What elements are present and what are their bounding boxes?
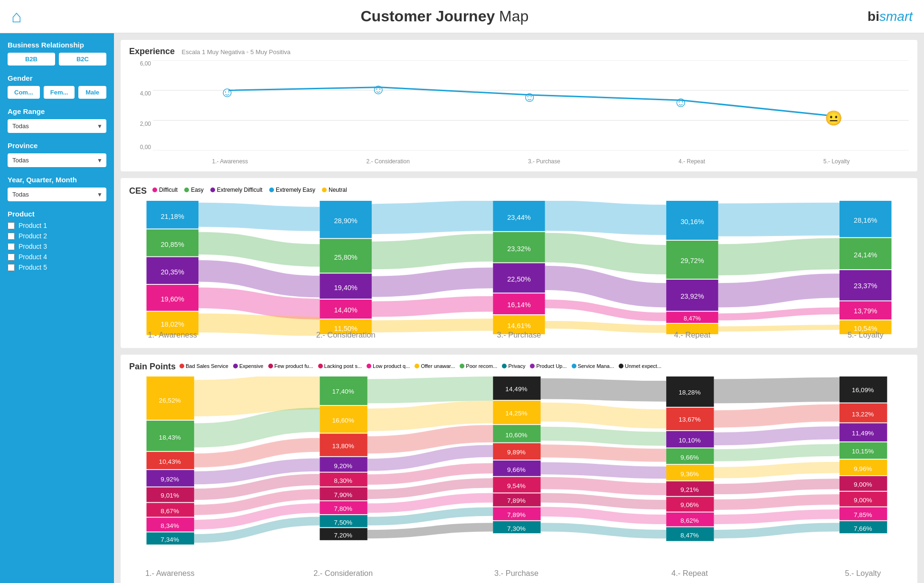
pp-s1-poor-label: 18,43%	[159, 434, 181, 441]
ces-easy-legend: Easy	[184, 187, 204, 193]
pp-s3-lacking-label: 9,54%	[507, 482, 526, 489]
experience-title: Experience	[129, 47, 175, 56]
pp-s2-unmet-label: 7,20%	[334, 532, 352, 539]
b2c-button[interactable]: B2C	[59, 53, 106, 66]
pp-s5-lacking-label: 9,00%	[854, 496, 872, 503]
product-1-item[interactable]: Product 1	[8, 222, 106, 229]
ces-s5-ext-dif-label: 23,37%	[854, 282, 877, 290]
pain-bad-sales: Bad Sales Service	[179, 363, 228, 369]
pain-lacking-post: Lacking post s...	[318, 363, 362, 369]
product-5-label: Product 5	[19, 263, 47, 271]
ces-flow-s2-s3-dif	[372, 304, 493, 309]
experience-chart-panel: Experience Escala 1 Muy Negativa ◦ 5 Muy…	[121, 40, 917, 171]
product-2-checkbox[interactable]	[8, 233, 15, 240]
main-content: Experience Escala 1 Muy Negativa ◦ 5 Muy…	[114, 33, 924, 583]
combined-button[interactable]: Com...	[8, 86, 40, 99]
smiley-purchase: ☺	[522, 89, 537, 105]
ces-flow-s1-s2-dif	[198, 298, 320, 309]
product-4-item[interactable]: Product 4	[8, 253, 106, 261]
gender-label: Gender	[8, 74, 106, 82]
pain-few-product: Few product fu...	[268, 363, 313, 369]
pp-s2-poor-label: 17,40%	[332, 388, 354, 395]
pp-s4-few-label: 9,21%	[680, 486, 699, 493]
product-2-item[interactable]: Product 2	[8, 232, 106, 240]
home-icon[interactable]: ⌂	[11, 7, 22, 27]
y-label-000: 0,00	[140, 144, 151, 150]
ces-flow-s1-s2-ext-dif	[198, 271, 320, 287]
pain-expensive: Expensive	[233, 363, 264, 369]
pp-s1-few-label: 9,01%	[160, 492, 179, 499]
ces-s3-dif-label: 16,14%	[507, 301, 530, 309]
ces-s1-ext-easy-label: 21,18%	[161, 213, 184, 220]
ces-header: CES Difficult Easy Extremely Difficult	[129, 185, 909, 197]
ces-s4-ext-dif-label: 23,92%	[680, 292, 704, 300]
ces-difficult-dot	[152, 188, 157, 192]
product-3-item[interactable]: Product 3	[8, 243, 106, 250]
x-label-loyalty: 5.- Loyalty	[823, 158, 849, 165]
pp-x5: 5.- Loyalty	[845, 569, 881, 577]
x-label-purchase: 3.- Purchase	[528, 158, 560, 165]
ces-s3-easy-label: 23,32%	[507, 245, 530, 253]
pp-x2: 2.- Consideration	[313, 569, 373, 577]
ces-flow-s4-s5-ext-dif	[718, 286, 839, 295]
pain-legend: Bad Sales Service Expensive Few product …	[179, 363, 661, 369]
product-4-checkbox[interactable]	[8, 254, 15, 261]
product-3-checkbox[interactable]	[8, 243, 15, 250]
year-select-wrap: Todas ▼	[8, 188, 106, 201]
pp-s3-few-label: 7,89%	[507, 497, 526, 504]
pp-s3-privacy-label: 7,30%	[507, 525, 526, 532]
pp-s4-offer-label: 9,36%	[680, 470, 699, 478]
ces-s1-dif-label: 19,60%	[161, 295, 184, 303]
pain-points-title: Pain Points	[129, 362, 176, 372]
y-label-200: 2,00	[140, 121, 151, 127]
male-button[interactable]: Male	[78, 86, 106, 99]
ces-x4: 4.- Repeat	[674, 330, 711, 339]
ces-flow-s3-s4-ext-easy	[545, 216, 666, 220]
ces-sankey-svg: 21,18% 20,85% 20,35% 19,60% 18,02% 28,90…	[129, 201, 909, 339]
product-5-item[interactable]: Product 5	[8, 263, 106, 271]
pp-s1-lacking-label: 8,67%	[160, 508, 179, 515]
ces-flow-s2-s3-ext-dif	[372, 278, 493, 286]
sidebar-section-year: Year, Quarter, Month Todas ▼	[8, 176, 106, 201]
pp-s1-low-label: 8,34%	[160, 522, 179, 529]
ces-flow-s2-s3-ext-easy	[372, 216, 493, 219]
age-range-select[interactable]: Todas	[8, 119, 106, 133]
ces-s1-easy-label: 20,85%	[161, 241, 184, 248]
x-label-consideration: 2.- Consideration	[366, 158, 409, 165]
ces-s4-easy-label: 29,72%	[680, 257, 704, 264]
product-2-label: Product 2	[19, 232, 47, 240]
x-label-repeat: 4.- Repeat	[679, 158, 705, 165]
year-quarter-month-label: Year, Quarter, Month	[8, 176, 106, 184]
ces-ext-difficult-dot	[210, 188, 215, 192]
ces-s3-ext-dif-label: 22,50%	[507, 275, 530, 283]
sidebar-section-province: Province Todas ▼	[8, 141, 106, 167]
product-5-checkbox[interactable]	[8, 264, 15, 271]
ces-s1-neutral-label: 18,02%	[161, 320, 184, 328]
year-select[interactable]: Todas	[8, 188, 106, 201]
pp-s3-expensive-label: 9,66%	[507, 466, 526, 473]
province-select[interactable]: Todas	[8, 153, 106, 167]
ces-title: CES	[129, 186, 147, 196]
product-label: Product	[8, 210, 106, 218]
ces-chart-panel: CES Difficult Easy Extremely Difficult	[121, 178, 917, 348]
product-1-checkbox[interactable]	[8, 222, 15, 229]
experience-subtitle: Escala 1 Muy Negativa ◦ 5 Muy Positiva	[182, 48, 291, 56]
b2b-button[interactable]: B2B	[8, 53, 55, 66]
pp-s3-offer-label: 14,25%	[505, 410, 527, 417]
pp-s4-bad-label: 13,67%	[679, 416, 700, 423]
ces-x1: 1.- Awareness	[148, 330, 197, 339]
pp-s4-unmet-label: 18,28%	[679, 389, 700, 396]
experience-x-labels: 1.- Awareness 2.- Consideration 3.- Purc…	[153, 158, 909, 165]
ces-flow-s4-s5-dif	[718, 311, 839, 317]
sidebar-section-product: Product Product 1 Product 2 Product 3 Pr…	[8, 210, 106, 271]
female-button[interactable]: Fem...	[44, 86, 75, 99]
pp-s4-lacking-label: 9,06%	[680, 501, 699, 508]
pp-s2-privacy-label: 7,50%	[334, 519, 352, 526]
age-range-select-wrap: Todas ▼	[8, 119, 106, 133]
pp-s2-few-label: 7,90%	[334, 491, 352, 498]
experience-svg	[153, 60, 909, 150]
pp-s4-expensive-label: 10,10%	[679, 437, 700, 444]
pp-x4: 4.- Repeat	[671, 569, 708, 577]
ces-s4-ext-easy-label: 30,16%	[680, 218, 704, 226]
pp-s2-low-label: 7,80%	[334, 505, 352, 512]
